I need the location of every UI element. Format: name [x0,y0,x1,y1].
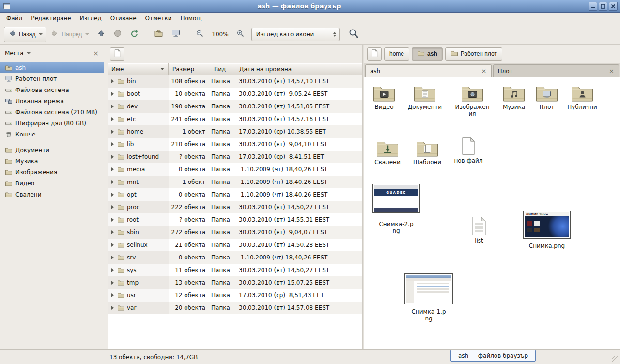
maximize-button[interactable] [599,2,607,11]
table-row[interactable]: var20 обектаПапка30.03.2010 (вт) 14,57,0… [108,302,362,314]
title-bar[interactable]: ash — файлов браузър [0,0,620,13]
computer-button[interactable] [167,27,185,42]
places-dropdown-icon[interactable] [27,52,31,54]
table-row[interactable]: srv0 обектаПапка 1.10.2009 (чт) 18,40,26… [108,251,362,264]
path-button[interactable]: ash [412,47,443,61]
table-row[interactable]: opt0 обектаПапка 1.10.2009 (чт) 18,40,26… [108,188,362,201]
reload-button[interactable] [126,27,142,42]
places-title[interactable]: Места [5,50,24,57]
menu-item[interactable]: Редактиране [27,13,76,24]
sidebar-item[interactable]: Работен плот [0,73,104,84]
table-row[interactable]: boot10 обектаПапка30.03.2010 (вт) 9,05,2… [108,88,362,100]
expander-icon[interactable] [111,105,114,108]
menu-item[interactable]: Файл [2,13,27,24]
icon-item[interactable]: Свалени [366,139,409,166]
sidebar-item[interactable]: Кошче [0,129,104,140]
expander-icon[interactable] [111,230,114,234]
icon-item[interactable]: GUADECСнимка-2.png [374,184,418,234]
sidebar-item[interactable]: Шифриран дял (80 GB) [0,118,104,129]
table-row[interactable]: etc241 обектаПапка30.03.2010 (вт) 14,57,… [108,113,362,125]
view-mode-select[interactable]: Изглед като икони [251,28,340,41]
sidebar-splitter[interactable] [104,45,108,349]
location-toggle-button[interactable] [367,47,382,61]
expander-icon[interactable] [111,193,114,197]
column-header[interactable]: Вид [210,63,235,75]
icon-item[interactable]: Шаблони [405,139,449,166]
icon-item[interactable]: нов файл [447,137,490,164]
column-header[interactable]: Дата на промяна [235,63,362,75]
table-row[interactable]: lib210 обектаПапка30.03.2010 (вт) 9,04,1… [108,138,362,151]
expander-icon[interactable] [111,205,114,209]
column-header[interactable]: Размер [169,63,210,75]
expander-icon[interactable] [111,306,114,310]
location-toggle-button[interactable] [110,47,124,61]
expander-icon[interactable] [111,268,114,272]
zoom-in-button[interactable] [232,27,248,42]
table-row[interactable]: dev190 обектаПапка30.03.2010 (вт) 14,51,… [108,100,362,113]
resize-grip[interactable] [612,356,619,363]
expander-icon[interactable] [111,167,114,171]
expander-icon[interactable] [111,218,114,222]
sidebar-item[interactable]: Локална мрежа [0,95,104,106]
sidebar-item[interactable]: Документи [0,144,104,155]
expander-icon[interactable] [111,256,114,259]
icon-item[interactable]: GNOME StoreСнимка.png [525,211,569,249]
table-row[interactable]: proc222 обектаПапка30.03.2010 (вт) 14,50… [108,201,362,213]
table-row[interactable]: media0 обектаПапка 1.10.2009 (чт) 18,40,… [108,163,362,176]
expander-icon[interactable] [111,180,114,184]
icon-item[interactable]: Изображения [450,84,494,117]
sidebar-item[interactable]: Видео [0,178,104,189]
combo-spinner-icon[interactable] [330,28,339,41]
tab[interactable]: ash× [365,64,492,77]
back-button[interactable]: Назад [4,27,46,42]
taskbar-window-button[interactable]: ash — файлов браузър [450,350,536,362]
table-row[interactable]: bin108 обектаПапка30.03.2010 (вт) 14,57,… [108,75,362,88]
menu-item[interactable]: Изглед [76,13,106,24]
sidebar-item[interactable]: Файлова система (210 MB) [0,106,104,118]
menu-item[interactable]: Помощ [176,13,206,24]
sidebar-item[interactable]: ash [0,62,104,73]
home-button[interactable] [150,27,167,42]
path-button[interactable]: Работен плот [445,47,502,61]
expander-icon[interactable] [111,92,114,96]
table-row[interactable]: usr12 обектаПапка17.03.2010 (ср) 8,51,43… [108,289,362,302]
expander-icon[interactable] [111,142,114,146]
table-row[interactable]: sbin272 обектаПапка30.03.2010 (вт) 9,04,… [108,226,362,239]
expander-icon[interactable] [111,117,114,121]
expander-icon[interactable] [111,130,114,134]
expander-icon[interactable] [111,293,114,297]
expander-icon[interactable] [111,79,114,83]
up-button[interactable] [93,27,109,42]
icon-item[interactable]: Публични [560,84,604,110]
sidebar-close-icon[interactable]: × [93,50,99,57]
icon-item[interactable]: list [457,216,501,244]
icon-item[interactable]: Документи [403,84,447,110]
zoom-out-button[interactable] [192,27,208,42]
table-row[interactable]: home1 обектПапка17.03.2010 (ср) 10,38,55… [108,125,362,138]
stop-button[interactable] [109,27,126,42]
icon-item[interactable]: Снимка-1.png [407,273,450,322]
sidebar-item[interactable]: Файлова система [0,84,104,95]
table-row[interactable]: mnt1 обектПапка 1.10.2009 (чт) 18,40,26 … [108,176,362,188]
forward-button[interactable]: Напред [46,27,93,42]
menu-item[interactable]: Отиване [106,13,141,24]
table-row[interactable]: sys11 обектаПапка30.03.2010 (вт) 14,50,2… [108,264,362,276]
column-header[interactable]: Име [108,63,169,75]
table-row[interactable]: lost+found? обектаПапка17.03.2010 (ср) 8… [108,151,362,163]
sidebar-item[interactable]: Музика [0,155,104,167]
expander-icon[interactable] [111,281,114,285]
menu-item[interactable]: Отметки [141,13,176,24]
minimize-button[interactable] [589,2,597,11]
table-row[interactable]: selinux21 обектаПапка30.03.2010 (вт) 14,… [108,239,362,251]
expander-icon[interactable] [111,243,114,247]
sidebar-item[interactable]: Свалени [0,189,104,200]
search-button[interactable] [344,27,363,42]
path-button[interactable]: home [384,47,409,61]
tab-close-icon[interactable]: × [609,68,614,74]
back-dropdown-icon[interactable] [39,33,43,35]
table-row[interactable]: tmp13 обектаПапка30.03.2010 (вт) 15,07,2… [108,276,362,289]
table-row[interactable]: root? обектаПапка30.03.2010 (вт) 14,55,3… [108,213,362,226]
expander-icon[interactable] [111,155,114,159]
forward-dropdown-icon[interactable] [85,33,89,35]
sidebar-item[interactable]: Изображения [0,167,104,178]
